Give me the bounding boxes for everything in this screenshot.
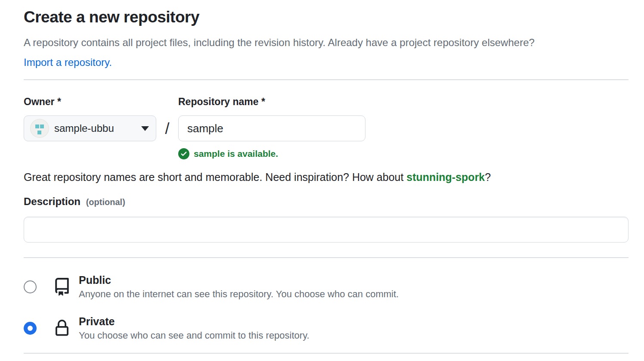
hint-text-before: Great repository names are short and mem…	[24, 171, 406, 183]
import-repository-link[interactable]: Import a repository.	[24, 56, 112, 68]
repo-name-field: Repository name * sample is available.	[178, 96, 365, 159]
owner-avatar	[30, 119, 49, 138]
top-divider	[24, 79, 629, 80]
repo-name-label: Repository name *	[178, 96, 365, 108]
lock-icon	[52, 320, 72, 337]
visibility-option-public[interactable]: Public Anyone on the internet can see th…	[24, 274, 629, 300]
description-label-row: Description (optional)	[24, 196, 629, 208]
mid-divider	[24, 257, 629, 258]
description-label: Description	[24, 196, 80, 207]
name-hint: Great repository names are short and mem…	[24, 171, 629, 184]
suggestion-link[interactable]: stunning-spork	[406, 171, 485, 183]
public-option-title: Public	[79, 274, 399, 286]
owner-field: Owner * sample-ubbu	[24, 96, 156, 141]
check-circle-icon	[178, 148, 189, 159]
radio-private[interactable]	[24, 322, 37, 335]
hint-text-after: ?	[485, 171, 491, 183]
bottom-divider	[24, 353, 629, 354]
public-option-description: Anyone on the internet can see this repo…	[79, 288, 399, 300]
import-link-row: Import a repository.	[24, 55, 629, 70]
page-subtitle: A repository contains all project files,…	[24, 35, 629, 50]
availability-text: sample is available.	[194, 149, 278, 159]
availability-message: sample is available.	[178, 148, 365, 159]
description-optional-label: (optional)	[86, 197, 125, 207]
visibility-option-private[interactable]: Private You choose who can see and commi…	[24, 315, 629, 342]
private-option-description: You choose who can see and commit to thi…	[79, 330, 310, 342]
triangle-down-icon	[141, 126, 149, 131]
owner-select-button[interactable]: sample-ubbu	[24, 115, 156, 141]
repo-name-input[interactable]	[178, 115, 365, 141]
radio-public[interactable]	[24, 280, 37, 293]
owner-repo-separator: /	[156, 96, 178, 138]
description-input[interactable]	[24, 217, 629, 243]
repo-icon	[52, 278, 72, 296]
page-title: Create a new repository	[24, 8, 629, 27]
public-option-text: Public Anyone on the internet can see th…	[79, 274, 399, 300]
create-repository-page: Create a new repository A repository con…	[0, 0, 644, 361]
owner-label: Owner *	[24, 96, 156, 108]
private-option-text: Private You choose who can see and commi…	[79, 315, 310, 342]
owner-selected-value: sample-ubbu	[54, 122, 135, 134]
owner-repo-row: Owner * sample-ubbu / Repository name * …	[24, 96, 629, 159]
private-option-title: Private	[79, 315, 310, 328]
